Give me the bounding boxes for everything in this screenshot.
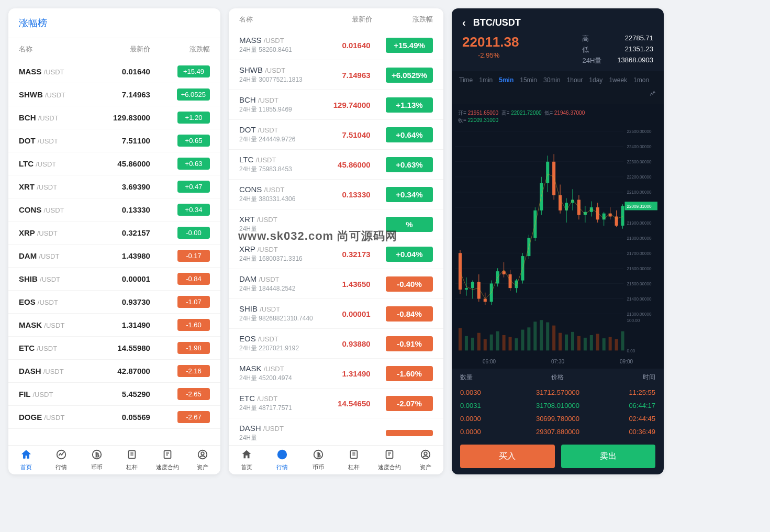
market-row[interactable]: BCH /USDT 129.83000 +1.20 <box>8 106 220 129</box>
col-name: 名称 <box>19 45 91 54</box>
market-row[interactable]: XRT /USDT 24H量 % <box>229 209 443 239</box>
market-row[interactable]: DOT /USDT 7.51100 +0.65 <box>8 129 220 152</box>
candlestick-chart[interactable]: 22500.0000022400.0000022300.0000022200.0… <box>455 125 661 357</box>
market-row[interactable]: CONS /USDT 24H量 380331.4306 0.13330 +0.3… <box>229 180 443 209</box>
nav-label: 币币 <box>91 463 103 471</box>
market-row[interactable]: MASS /USDT 24H量 58260.8461 0.01640 +15.4… <box>229 30 443 60</box>
timeframe-Time[interactable]: Time <box>459 76 473 84</box>
timeframe-5min[interactable]: 5min <box>499 76 514 84</box>
market-row[interactable]: DASH /USDT 24H量 <box>229 418 443 445</box>
symbol: DOGE /USDT <box>19 413 91 422</box>
market-list[interactable]: MASS /USDT 0.01640 +15.49 SHWB /USDT 7.1… <box>8 60 220 445</box>
market-row[interactable]: DAM /USDT 1.43980 -0.17 <box>8 245 220 268</box>
market-row[interactable]: XRT /USDT 3.69390 +0.47 <box>8 175 220 198</box>
market-row[interactable]: LTC /USDT 45.86000 +0.63 <box>8 152 220 175</box>
trade-qty: 0.0000 <box>460 428 525 436</box>
market-row[interactable]: DASH /USDT 42.87000 -2.16 <box>8 360 220 383</box>
market-row[interactable]: DOGE /USDT 0.05569 -2.67 <box>8 406 220 429</box>
market-row[interactable]: XRP /USDT 0.32157 -0.00 <box>8 221 220 245</box>
svg-rect-118 <box>609 337 612 351</box>
svg-rect-102 <box>509 337 512 351</box>
market-row[interactable]: ETC /USDT 24H量 48717.7571 14.54650 -2.07… <box>229 389 443 418</box>
timeframe-1mon[interactable]: 1mon <box>633 76 649 84</box>
market-list[interactable]: MASS /USDT 24H量 58260.8461 0.01640 +15.4… <box>229 30 443 445</box>
symbol: ETC /USDT <box>239 394 320 403</box>
timeframe-30min[interactable]: 30min <box>543 76 561 84</box>
market-row[interactable]: EOS /USDT 24H量 2207021.9192 0.93880 -0.9… <box>229 329 443 359</box>
change-badge: +1.13% <box>371 97 433 113</box>
timeframe-1day[interactable]: 1day <box>589 76 602 84</box>
back-icon[interactable]: ‹ <box>462 17 466 29</box>
market-row[interactable]: CONS /USDT 0.13330 +0.34 <box>8 198 220 221</box>
symbol: XRP /USDT <box>239 245 320 253</box>
column-headers: 名称 最新价 涨跌幅 <box>229 8 443 30</box>
market-row[interactable]: SHIB /USDT 0.00001 -0.84 <box>8 268 220 291</box>
timeframe-1min[interactable]: 1min <box>479 76 493 84</box>
market-row[interactable]: LTC /USDT 24H量 75983.8453 45.86000 +0.63… <box>229 150 443 180</box>
market-row[interactable]: DAM /USDT 24H量 184448.2542 1.43650 -0.40… <box>229 269 443 299</box>
nav-user[interactable]: 资产 <box>185 449 221 471</box>
market-row[interactable]: MASK /USDT 24H量 45200.4974 1.31490 -1.60… <box>229 359 443 389</box>
price: 3.69390 <box>91 182 150 191</box>
volume-24h: 24H量 58260.8461 <box>239 46 320 54</box>
nav-contract[interactable]: 速度合约 <box>372 449 407 471</box>
nav-lever[interactable]: 杠杆 <box>115 449 150 471</box>
nav-coin[interactable]: 币币 <box>300 449 336 471</box>
market-row[interactable]: EOS /USDT 0.93730 -1.07 <box>8 291 220 314</box>
market-row[interactable]: FIL /USDT 5.45290 -2.65 <box>8 383 220 406</box>
market-row[interactable]: DOT /USDT 24H量 244449.9726 7.51040 +0.64… <box>229 120 443 150</box>
symbol: DAM /USDT <box>239 274 320 283</box>
nav-trend[interactable]: 行情 <box>264 449 300 471</box>
home-icon <box>20 449 32 462</box>
nav-contract[interactable]: 速度合约 <box>150 449 185 471</box>
nav-coin[interactable]: 币币 <box>79 449 115 471</box>
timeframe-1week[interactable]: 1week <box>609 76 627 84</box>
price: 129.83000 <box>91 113 150 122</box>
price: 1.43980 <box>91 251 150 260</box>
col-qty: 数量 <box>460 373 525 382</box>
market-row[interactable]: MASK /USDT 1.31490 -1.60 <box>8 314 220 337</box>
market-row[interactable]: XRP /USDT 24H量 16800371.3316 0.32173 +0.… <box>229 239 443 269</box>
timeframe-1hour[interactable]: 1hour <box>567 76 583 84</box>
timeframe-15min[interactable]: 15min <box>520 76 537 84</box>
buy-button[interactable]: 买入 <box>460 445 555 468</box>
svg-text:21700.00000: 21700.00000 <box>627 250 652 256</box>
open-value: 21951.65000 <box>468 110 498 116</box>
market-row[interactable]: SHWB /USDT 24H量 30077521.1813 7.14963 +6… <box>229 60 443 90</box>
trade-row: 0.000029307.88000000:36:49 <box>452 425 664 438</box>
symbol: DASH /USDT <box>239 424 320 433</box>
market-row[interactable]: SHWB /USDT 7.14963 +6.0525 <box>8 83 220 106</box>
change-badge: +0.63% <box>371 157 433 172</box>
svg-rect-120 <box>621 331 624 351</box>
svg-rect-43 <box>471 282 474 289</box>
change-badge: -2.16 <box>150 365 210 377</box>
price: 0.32173 <box>320 250 370 259</box>
nav-home[interactable]: 首页 <box>229 449 264 471</box>
svg-text:21300.00000: 21300.00000 <box>627 312 652 317</box>
market-row[interactable]: MASS /USDT 0.01640 +15.49 <box>8 60 220 83</box>
sell-button[interactable]: 卖出 <box>561 445 656 468</box>
nav-user[interactable]: 资产 <box>408 449 443 471</box>
market-row[interactable]: ETC /USDT 14.55980 -1.98 <box>8 337 220 360</box>
contract-icon <box>384 449 395 462</box>
nav-trend[interactable]: 行情 <box>44 449 80 471</box>
svg-text:21400.00000: 21400.00000 <box>627 296 652 302</box>
volume-24h: 24H量 <box>239 225 320 234</box>
price: 7.51100 <box>91 136 150 145</box>
svg-rect-47 <box>484 299 487 302</box>
chart-area[interactable]: 开= 21951.65000 高= 22021.72000 低= 21946.3… <box>452 104 664 369</box>
chart-settings-icon[interactable] <box>649 90 656 99</box>
nav-home[interactable]: 首页 <box>8 449 44 471</box>
nav-lever[interactable]: 杠杆 <box>336 449 372 471</box>
trend-icon <box>276 449 288 462</box>
symbol: EOS /USDT <box>19 297 91 306</box>
x-tick: 06:00 <box>483 359 496 364</box>
change-badge: -1.60% <box>371 366 433 381</box>
high-label: 高= <box>501 110 510 116</box>
x-tick: 09:00 <box>620 359 633 364</box>
market-row[interactable]: SHIB /USDT 24H量 98268821310.7440 0.00001… <box>229 299 443 329</box>
volume-24h: 24H量 98268821310.7440 <box>239 314 320 323</box>
svg-rect-103 <box>515 338 518 350</box>
market-row[interactable]: BCH /USDT 24H量 11855.9469 129.74000 +1.1… <box>229 90 443 120</box>
col-price: 最新价 <box>91 45 150 54</box>
